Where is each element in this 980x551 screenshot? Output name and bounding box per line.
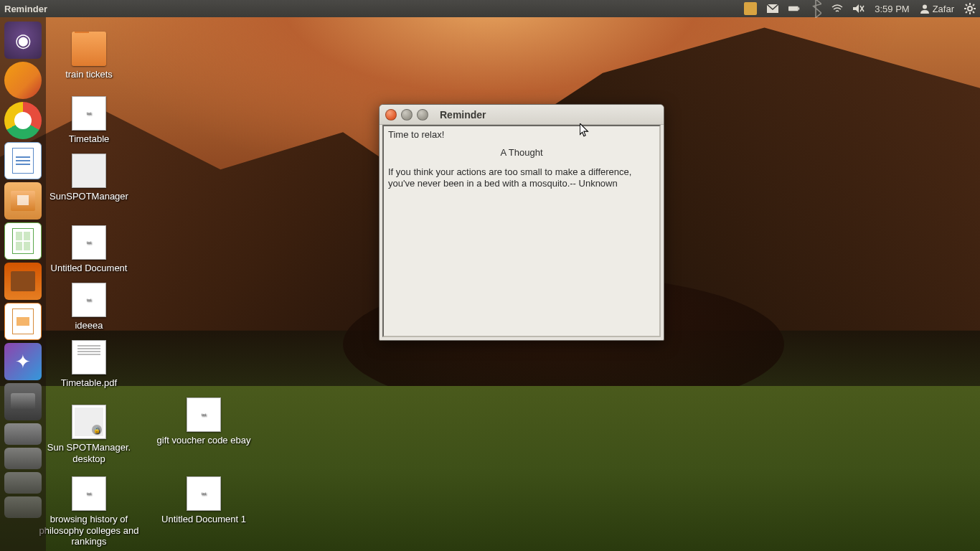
indicator-caution-icon[interactable] — [744, 2, 757, 15]
desktop-icon[interactable]: txtUntitled Document — [35, 225, 143, 274]
launcher-calc[interactable] — [4, 222, 42, 260]
svg-rect-1 — [788, 6, 798, 11]
desktop-icon-label: Untitled Document 1 — [161, 514, 246, 525]
launcher-files[interactable] — [4, 182, 42, 220]
launcher-stacked-0[interactable] — [4, 423, 42, 445]
desktop-icon-label: Timetable.pdf — [61, 377, 117, 389]
reminder-window: Reminder Time to relax! A Thought If you… — [379, 104, 664, 341]
launcher-stacked-2[interactable] — [4, 472, 42, 494]
svg-point-6 — [923, 5, 927, 9]
desktop-icon[interactable]: SunSPOTManager — [35, 154, 143, 202]
launcher: ◉✦ — [0, 17, 46, 551]
reminder-heading: A Thought — [388, 147, 655, 158]
mail-icon[interactable] — [767, 3, 778, 14]
launcher-firefox[interactable] — [4, 62, 42, 99]
launcher-stacked-1[interactable] — [4, 448, 42, 469]
desktop-icon[interactable]: txtbrowsing history of philosophy colleg… — [35, 476, 143, 547]
volume-mute-icon[interactable] — [853, 3, 864, 14]
desktop-icon[interactable]: train tickets — [35, 32, 143, 80]
user-name: Zafar — [933, 4, 954, 14]
desktop-icon[interactable]: Timetable.pdf — [35, 340, 143, 389]
reminder-line1: Time to relax! — [388, 129, 655, 140]
user-menu[interactable]: Zafar — [920, 4, 954, 14]
launcher-stacked-3[interactable] — [4, 496, 42, 518]
launcher-star[interactable]: ✦ — [4, 343, 42, 380]
launcher-dash[interactable]: ◉ — [4, 22, 42, 59]
desktop-icon[interactable]: txtTimetable — [35, 96, 143, 145]
desktop-icon-label: gift voucher code ebay — [157, 435, 251, 446]
launcher-writer[interactable] — [4, 142, 42, 179]
svg-line-13 — [973, 11, 974, 13]
desktop-icon-label: Timetable — [69, 133, 110, 145]
wifi-icon[interactable] — [831, 3, 843, 14]
top-panel: Reminder 3:59 PM Zafar — [0, 0, 980, 17]
reminder-quote: If you think your actions are too small … — [388, 166, 655, 190]
close-icon[interactable] — [385, 109, 397, 121]
active-app-title: Reminder — [4, 4, 47, 14]
desktop-icon[interactable]: 🔒Sun SPOTManager. desktop — [35, 405, 143, 464]
window-title: Reminder — [440, 109, 486, 121]
svg-line-14 — [973, 4, 974, 6]
svg-marker-3 — [853, 4, 859, 13]
launcher-impress[interactable] — [4, 303, 42, 340]
svg-rect-2 — [798, 7, 800, 9]
desktop-icon-label: ideeea — [75, 320, 103, 331]
launcher-software[interactable] — [4, 263, 42, 300]
svg-line-12 — [966, 4, 967, 6]
bluetooth-icon[interactable] — [810, 3, 821, 14]
clock[interactable]: 3:59 PM — [875, 4, 909, 14]
desktop-icon-label: SunSPOTManager — [50, 191, 128, 202]
desktop-icon[interactable]: txtideeea — [35, 283, 143, 331]
launcher-system[interactable] — [4, 383, 42, 420]
desktop-icon-label: browsing history of philosophy colleges … — [39, 514, 139, 547]
titlebar[interactable]: Reminder — [380, 105, 664, 125]
desktop-icon[interactable]: txtgift voucher code ebay — [150, 397, 258, 446]
desktop-icon-label: Sun SPOTManager. desktop — [39, 442, 139, 464]
window-body: Time to relax! A Thought If you think yo… — [382, 125, 661, 337]
gear-icon[interactable] — [964, 3, 976, 14]
cursor-icon — [580, 123, 590, 138]
svg-point-7 — [968, 6, 972, 11]
launcher-chromium[interactable] — [4, 102, 42, 139]
battery-icon[interactable] — [788, 3, 800, 14]
maximize-icon[interactable] — [417, 109, 428, 121]
desktop-icon[interactable]: txtUntitled Document 1 — [150, 476, 258, 525]
svg-line-15 — [966, 11, 967, 13]
desktop-icon-label: train tickets — [65, 69, 113, 80]
minimize-icon[interactable] — [401, 109, 413, 121]
desktop-icon-label: Untitled Document — [51, 263, 128, 274]
